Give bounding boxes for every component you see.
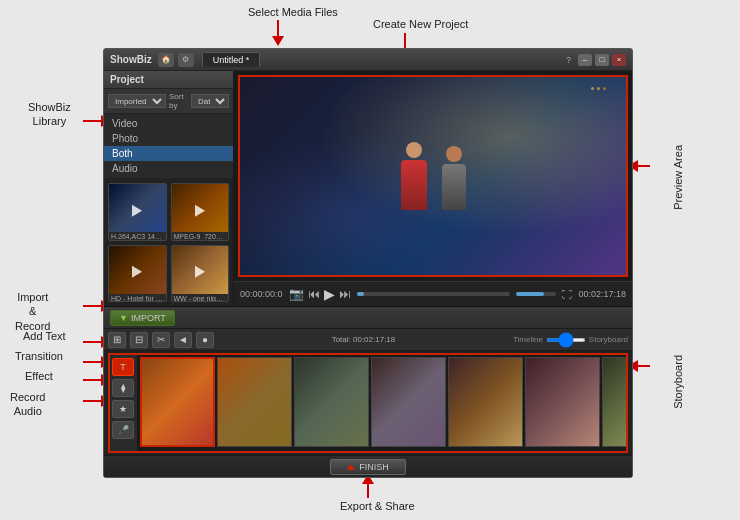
storyboard-tools: T ⧫ ★ 🎤 bbox=[110, 355, 138, 451]
media-grid: H.264,AC3 1440x10... MPEG-9_720x576,25..… bbox=[104, 179, 233, 306]
media-label-4: WW - one night star... bbox=[172, 294, 229, 303]
progress-bar[interactable] bbox=[357, 292, 511, 296]
annotation-library: ShowBizLibrary bbox=[28, 100, 71, 129]
home-icon[interactable]: 🏠 bbox=[158, 53, 174, 67]
frame-2[interactable] bbox=[217, 357, 292, 447]
import-bar: ▼ IMPORT bbox=[104, 307, 632, 329]
timeline-btn-1[interactable]: ⊞ bbox=[108, 332, 126, 348]
export-arrow-icon bbox=[347, 464, 355, 470]
annotation-preview-area: Preview Area bbox=[672, 145, 684, 210]
export-bar: FINISH bbox=[104, 455, 632, 477]
sort-select[interactable]: Date Name bbox=[191, 94, 229, 108]
camera-icon[interactable]: 📷 bbox=[289, 287, 304, 301]
library-panel: Project Imported All Video Sort by Date … bbox=[104, 71, 234, 306]
annotation-transition: Transition bbox=[15, 350, 63, 362]
annotation-import: Import&Record bbox=[15, 290, 50, 333]
minimize-button[interactable]: – bbox=[578, 54, 592, 66]
app-logo: ShowBiz bbox=[110, 54, 152, 65]
arrow-select-media bbox=[272, 20, 284, 46]
volume-control[interactable] bbox=[516, 292, 556, 296]
window-controls: ? – □ × bbox=[566, 54, 626, 66]
annotation-export-share: Export & Share bbox=[340, 500, 415, 512]
tab-untitled[interactable]: Untitled * bbox=[202, 52, 261, 67]
annotation-select-media: Select Media Files bbox=[248, 6, 338, 18]
time-total: 00:02:17:18 bbox=[578, 289, 626, 299]
library-menu-video[interactable]: Video bbox=[104, 116, 233, 131]
sort-label: Sort by bbox=[169, 92, 188, 110]
audio-tool-button[interactable]: 🎤 bbox=[112, 421, 134, 439]
progress-fill bbox=[357, 292, 365, 296]
timeline-btn-3[interactable]: ✂ bbox=[152, 332, 170, 348]
frame-3[interactable] bbox=[294, 357, 369, 447]
timeline-label: Timeline bbox=[513, 335, 543, 344]
app-window: ShowBiz 🏠 ⚙ Untitled * ? – □ × Project I… bbox=[103, 48, 633, 478]
annotation-storyboard: Storyboard bbox=[672, 355, 684, 409]
preview-area: 00:00:00:0 📷 ⏮ ▶ ⏭ ⛶ 00:02:17:18 bbox=[234, 71, 632, 306]
bottom-section: ▼ IMPORT ⊞ ⊟ ✂ ◄ ● Total: 00:02:17:18 Ti… bbox=[104, 306, 632, 477]
import-arrow-icon: ▼ bbox=[119, 313, 128, 323]
prev-icon[interactable]: ⏮ bbox=[308, 287, 320, 301]
library-menu-photo[interactable]: Photo bbox=[104, 131, 233, 146]
settings-icon[interactable]: ⚙ bbox=[178, 53, 194, 67]
library-menu: Video Photo Both Audio bbox=[104, 114, 233, 179]
frame-6[interactable] bbox=[525, 357, 600, 447]
preview-video bbox=[238, 75, 628, 277]
storyboard-area: T ⧫ ★ 🎤 bbox=[108, 353, 628, 453]
play-icon[interactable]: ▶ bbox=[324, 286, 335, 302]
next-icon[interactable]: ⏭ bbox=[339, 287, 351, 301]
frame-7[interactable] bbox=[602, 357, 626, 447]
timeline-btn-2[interactable]: ⊟ bbox=[130, 332, 148, 348]
media-thumb-3[interactable]: HD - Hotel for Dogs bbox=[108, 245, 167, 303]
preview-controls: 00:00:00:0 📷 ⏮ ▶ ⏭ ⛶ 00:02:17:18 bbox=[234, 281, 632, 306]
fullscreen-icon[interactable]: ⛶ bbox=[562, 289, 572, 300]
annotation-effect: Effect bbox=[25, 370, 53, 382]
library-header: Project bbox=[104, 71, 233, 89]
frame-1[interactable] bbox=[140, 357, 215, 447]
playback-controls: 📷 ⏮ ▶ ⏭ bbox=[289, 286, 351, 302]
frame-4[interactable] bbox=[371, 357, 446, 447]
timeline-toolbar: ⊞ ⊟ ✂ ◄ ● Total: 00:02:17:18 Timeline St… bbox=[104, 329, 632, 351]
library-menu-audio[interactable]: Audio bbox=[104, 161, 233, 176]
media-thumb-1[interactable]: H.264,AC3 1440x10... bbox=[108, 183, 167, 241]
title-bar: ShowBiz 🏠 ⚙ Untitled * ? – □ × bbox=[104, 49, 632, 71]
library-menu-both[interactable]: Both bbox=[104, 146, 233, 161]
text-tool-button[interactable]: T bbox=[112, 358, 134, 376]
media-label-3: HD - Hotel for Dogs bbox=[109, 294, 166, 303]
effect-tool-button[interactable]: ★ bbox=[112, 400, 134, 418]
title-bar-tabs: Untitled * bbox=[202, 52, 566, 67]
frame-5[interactable] bbox=[448, 357, 523, 447]
timeline-btn-5[interactable]: ● bbox=[196, 332, 214, 348]
annotation-add-text: Add Text bbox=[23, 330, 66, 342]
maximize-button[interactable]: □ bbox=[595, 54, 609, 66]
filter-select[interactable]: Imported All Video bbox=[108, 94, 166, 108]
export-button[interactable]: FINISH bbox=[330, 459, 406, 475]
time-current: 00:00:00:0 bbox=[240, 289, 283, 299]
annotation-create-project: Create New Project bbox=[373, 18, 468, 30]
storyboard-frames bbox=[138, 355, 626, 451]
timeline-btn-4[interactable]: ◄ bbox=[174, 332, 192, 348]
timeline-zoom-slider[interactable] bbox=[546, 338, 586, 342]
media-label-1: H.264,AC3 1440x10... bbox=[109, 232, 166, 241]
media-thumb-4[interactable]: WW - one night star... bbox=[171, 245, 230, 303]
transition-tool-button[interactable]: ⧫ bbox=[112, 379, 134, 397]
annotation-record-audio: RecordAudio bbox=[10, 390, 45, 419]
close-button[interactable]: × bbox=[612, 54, 626, 66]
main-content: Project Imported All Video Sort by Date … bbox=[104, 71, 632, 306]
media-label-2: MPEG-9_720x576,25... bbox=[172, 232, 229, 241]
preview-scene bbox=[240, 77, 626, 275]
storyboard-label: Storyboard bbox=[589, 335, 628, 344]
library-filter: Imported All Video Sort by Date Name bbox=[104, 89, 233, 114]
volume-fill bbox=[516, 292, 544, 296]
import-button[interactable]: ▼ IMPORT bbox=[110, 310, 175, 326]
timeline-time: Total: 00:02:17:18 bbox=[332, 335, 396, 344]
media-thumb-2[interactable]: MPEG-9_720x576,25... bbox=[171, 183, 230, 241]
title-bar-icons: 🏠 ⚙ bbox=[158, 53, 194, 67]
